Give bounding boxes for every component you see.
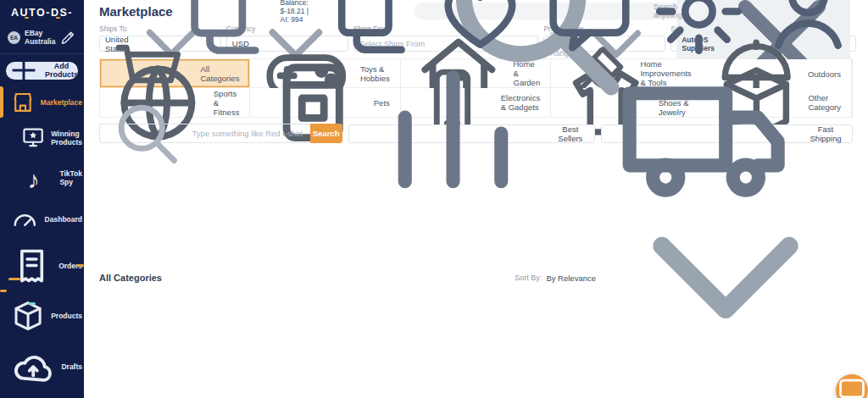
heart-icon bbox=[429, 0, 531, 62]
decorative-dash bbox=[0, 290, 7, 292]
tiktok-icon: ♪ bbox=[20, 161, 54, 195]
logo-accent bbox=[25, 17, 29, 19]
header-icon[interactable] bbox=[757, 0, 860, 62]
product-search-input[interactable] bbox=[192, 129, 304, 138]
sort-by-label: Sort By: bbox=[515, 274, 542, 282]
page-title: Marketplace bbox=[99, 4, 173, 19]
autods-logo: AUTO-DS- bbox=[0, 0, 84, 24]
sidebar-item-marketplace[interactable]: Marketplace bbox=[0, 85, 84, 120]
orders-icon bbox=[10, 245, 53, 288]
sidebar-item-customer-support[interactable]: Customer Support bbox=[0, 395, 84, 398]
avatar: EA bbox=[8, 31, 20, 44]
best-sellers-button[interactable]: Best Sellers bbox=[348, 124, 595, 143]
balance-indicator[interactable]: Balance: $-18.21 | AI: 994 bbox=[173, 0, 314, 63]
main-content: Marketplace Search anything Balance: $-1… bbox=[84, 0, 868, 398]
dashboard-icon bbox=[10, 205, 40, 235]
sidebar: AUTO-DS- EA EBay Australia Add Products … bbox=[0, 0, 84, 398]
storefront-icon bbox=[10, 90, 36, 115]
product-search-row: Search Best Sellers Fast Shipping bbox=[99, 124, 853, 143]
sort-dropdown[interactable]: By Relevance bbox=[546, 151, 853, 398]
sidebar-item-products[interactable]: Products bbox=[0, 293, 84, 339]
plan-icon bbox=[173, 0, 277, 63]
svg-text:♪: ♪ bbox=[27, 166, 39, 193]
decorative-dash bbox=[8, 278, 20, 280]
chat-icon bbox=[538, 0, 641, 62]
chevron-down-icon bbox=[598, 151, 853, 398]
header-icon[interactable] bbox=[648, 0, 750, 62]
top-header: Marketplace Search anything Balance: $-1… bbox=[84, 0, 868, 22]
store-account[interactable]: EA EBay Australia bbox=[0, 24, 84, 54]
product-search-field[interactable] bbox=[99, 124, 310, 143]
chat-icon bbox=[836, 374, 868, 398]
results-heading: All Categories bbox=[99, 273, 162, 283]
search-button[interactable]: Search bbox=[310, 124, 342, 143]
header-icon[interactable] bbox=[429, 0, 531, 62]
add-products-button[interactable]: Add Products bbox=[6, 62, 78, 80]
fast-shipping-button[interactable]: Fast Shipping bbox=[601, 124, 853, 143]
header-icon[interactable]: 3 bbox=[538, 0, 641, 62]
winning-products-icon bbox=[20, 124, 46, 150]
drafts-icon bbox=[10, 344, 56, 390]
sidebar-item-winning-products[interactable]: Winning Products bbox=[0, 119, 84, 155]
header-icons: 3 bbox=[320, 0, 860, 62]
plan-icon bbox=[320, 0, 423, 62]
plus-icon bbox=[6, 53, 42, 88]
pencil-icon[interactable] bbox=[59, 29, 77, 47]
search-icon bbox=[106, 92, 188, 174]
sidebar-item-dashboard[interactable]: Dashboard bbox=[0, 200, 84, 240]
sidebar-item-drafts[interactable]: Drafts bbox=[0, 339, 84, 395]
sidebar-item-orders[interactable]: Orders bbox=[0, 240, 84, 293]
sidebar-nav: Marketplace Winning Products ♪ TikTok Sp… bbox=[0, 85, 84, 398]
sidebar-item-tiktok-spy[interactable]: ♪ TikTok Spy bbox=[0, 156, 84, 200]
logo-accent bbox=[56, 17, 60, 19]
decorative-dash bbox=[76, 264, 84, 267]
store-name: EBay Australia bbox=[25, 29, 55, 46]
header-icon[interactable] bbox=[320, 0, 423, 62]
chat-fab-button[interactable] bbox=[836, 374, 868, 398]
decorative-dash bbox=[28, 302, 36, 305]
person-icon bbox=[757, 0, 860, 62]
gear-icon bbox=[648, 0, 750, 62]
